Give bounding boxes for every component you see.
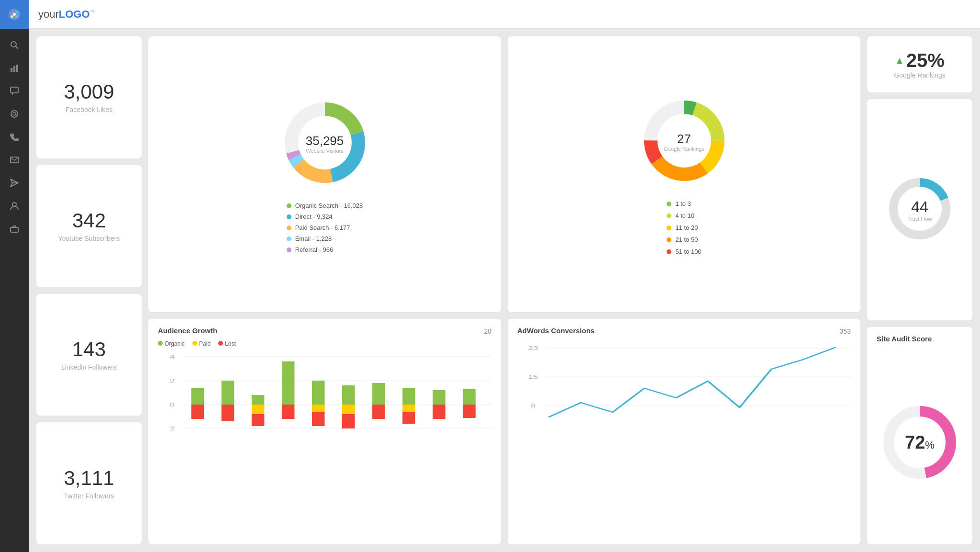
rankings-label: Google Rankings xyxy=(664,146,704,152)
facebook-label: Facebook Likes xyxy=(66,106,112,113)
svg-rect-53 xyxy=(312,412,325,426)
audit-donut-wrap: 72% xyxy=(877,348,963,537)
sidebar-item-comment[interactable] xyxy=(0,79,29,102)
svg-rect-63 xyxy=(433,405,445,419)
dashboard: 3,009 Facebook Likes 342 Youtube Subscri… xyxy=(29,29,980,552)
rankings-donut: 27 Google Rankings xyxy=(636,93,732,191)
rankings-legend-item: 11 to 20 xyxy=(667,224,701,231)
svg-text:4: 4 xyxy=(170,353,175,359)
audience-count: 20 xyxy=(484,327,491,335)
rank-dot xyxy=(667,237,671,242)
rank-dot xyxy=(667,225,671,230)
svg-text:0: 0 xyxy=(170,401,175,407)
svg-rect-42 xyxy=(191,388,204,405)
topbar: yourLOGO™ xyxy=(29,0,980,29)
visitors-card: 35,295 Website Visitors Organic Search -… xyxy=(148,36,501,312)
legend-label: Paid Search - 6,177 xyxy=(295,224,350,231)
rankings-card: 27 Google Rankings 1 to 34 to 1011 to 20… xyxy=(508,36,860,312)
svg-point-12 xyxy=(11,111,18,117)
visitors-legend-item: Paid Search - 6,177 xyxy=(287,224,363,231)
right-column: ▲ 25% Google Rankings 44 Trust Flow xyxy=(867,36,972,544)
trust-flow-card: 44 Trust Flow xyxy=(867,99,972,320)
sidebar-item-user[interactable] xyxy=(0,194,29,217)
palette-icon xyxy=(8,8,21,21)
legend-label: Referral - 966 xyxy=(295,246,333,253)
svg-text:2: 2 xyxy=(170,377,175,383)
linkedin-card: 143 Linkedin Followers xyxy=(36,294,142,416)
trust-flow-center: 44 Trust Flow xyxy=(908,198,932,222)
legend-dot xyxy=(287,248,291,252)
audience-header: Audience Growth 20 xyxy=(158,327,491,337)
svg-rect-43 xyxy=(191,405,204,419)
visitors-legend-item: Email - 1,228 xyxy=(287,235,363,242)
svg-rect-14 xyxy=(11,157,18,163)
svg-rect-44 xyxy=(222,381,234,405)
svg-rect-58 xyxy=(372,405,385,419)
rankings-center: 27 Google Rankings xyxy=(664,132,704,152)
sidebar-item-phone[interactable] xyxy=(0,125,29,148)
svg-rect-65 xyxy=(463,405,476,418)
svg-point-1 xyxy=(11,11,13,14)
trust-flow-number: 44 xyxy=(908,198,932,216)
logo: yourLOGO™ xyxy=(38,8,95,21)
visitors-total: 35,295 xyxy=(306,134,344,148)
svg-text:2: 2 xyxy=(170,425,175,431)
youtube-number: 342 xyxy=(72,210,106,232)
sidebar-item-briefcase[interactable] xyxy=(0,217,29,240)
sidebar-item-search[interactable] xyxy=(0,34,29,56)
sidebar-item-send[interactable] xyxy=(0,171,29,194)
rankings-total: 27 xyxy=(664,132,704,146)
svg-rect-51 xyxy=(312,381,325,405)
youtube-card: 342 Youtube Subscribers xyxy=(36,165,142,287)
lost-legend: Lost xyxy=(218,340,236,347)
sidebar-logo[interactable] xyxy=(0,0,29,29)
facebook-card: 3,009 Facebook Likes xyxy=(36,36,142,158)
audit-card: Site Audit Score 72% xyxy=(867,327,972,544)
audience-legend: Organic Paid Lost xyxy=(158,340,236,347)
svg-point-13 xyxy=(13,113,16,115)
rankings-legend-item: 1 to 3 xyxy=(667,200,701,207)
google-rank-label: Google Rankings xyxy=(894,71,945,79)
svg-rect-47 xyxy=(252,405,265,414)
audience-chart-wrap: 4 2 0 2 xyxy=(158,352,491,537)
visitors-legend-item: Organic Search - 16,028 xyxy=(287,202,363,209)
svg-rect-49 xyxy=(282,361,295,405)
legend-label: Organic Search - 16,028 xyxy=(295,202,363,209)
audit-percent: 72 xyxy=(905,432,925,452)
sidebar-item-envelope[interactable] xyxy=(0,148,29,171)
visitors-label: Website Visitors xyxy=(306,148,344,154)
rankings-legend-item: 4 to 10 xyxy=(667,212,701,219)
visitors-legend-item: Referral - 966 xyxy=(287,246,363,253)
visitors-legend-item: Direct - 9,324 xyxy=(287,213,363,220)
sidebar-item-chart[interactable] xyxy=(0,56,29,79)
trust-flow-donut: 44 Trust Flow xyxy=(884,173,956,247)
svg-rect-45 xyxy=(222,405,234,421)
rankings-legend-item: 51 to 100 xyxy=(667,248,701,255)
svg-rect-60 xyxy=(402,405,415,412)
conversions-chart-wrap: 23 15 8 xyxy=(517,340,851,537)
rank-dot xyxy=(667,214,671,218)
svg-text:8: 8 xyxy=(531,402,535,408)
svg-point-5 xyxy=(13,13,16,16)
visitors-legend: Organic Search - 16,028Direct - 9,324Pai… xyxy=(287,202,363,253)
svg-rect-59 xyxy=(402,388,415,405)
conversions-title: AdWords Conversions xyxy=(517,327,594,335)
conversions-card: AdWords Conversions 353 23 15 8 xyxy=(508,319,860,545)
svg-point-16 xyxy=(12,203,16,206)
svg-point-3 xyxy=(11,15,13,18)
rank-legend-label: 11 to 20 xyxy=(675,224,698,231)
linkedin-number: 143 xyxy=(72,338,106,360)
rank-legend-label: 4 to 10 xyxy=(675,212,694,219)
visitors-center: 35,295 Website Visitors xyxy=(306,134,344,154)
left-column: 3,009 Facebook Likes 342 Youtube Subscri… xyxy=(36,36,142,544)
google-rank-card: ▲ 25% Google Rankings xyxy=(867,36,972,92)
legend-dot xyxy=(287,237,291,241)
svg-rect-57 xyxy=(372,383,385,405)
svg-rect-64 xyxy=(463,389,476,405)
rank-legend-label: 21 to 50 xyxy=(675,236,698,243)
main-content: yourLOGO™ 3,009 Facebook Likes 342 Youtu… xyxy=(29,0,980,552)
sidebar-item-at[interactable] xyxy=(0,102,29,125)
rank-dot xyxy=(667,202,671,206)
twitter-card: 3,111 Twitter Followers xyxy=(36,422,142,544)
trust-flow-label: Trust Flow xyxy=(908,216,932,222)
